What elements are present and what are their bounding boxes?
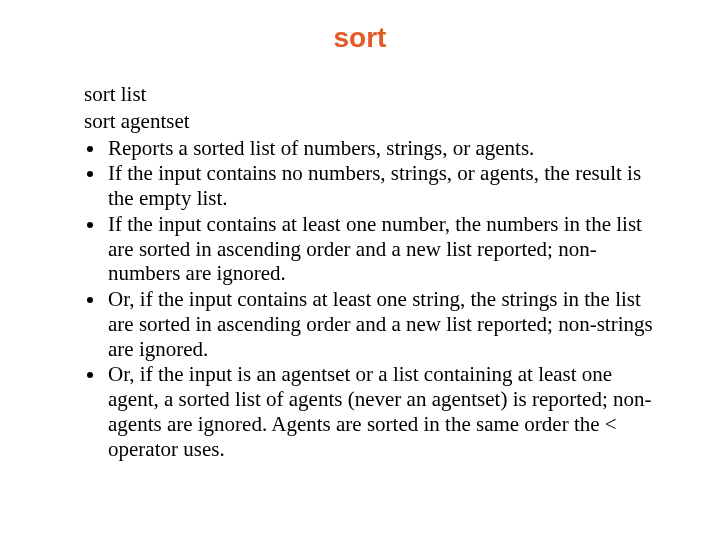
list-item: If the input contains at least one numbe…: [106, 212, 666, 286]
list-item: Or, if the input contains at least one s…: [106, 287, 666, 361]
bullet-list: Reports a sorted list of numbers, string…: [54, 136, 666, 462]
slide-title: sort: [0, 0, 720, 82]
slide: sort sort list sort agentset Reports a s…: [0, 0, 720, 540]
slide-body: sort list sort agentset Reports a sorted…: [0, 82, 720, 461]
list-item: Reports a sorted list of numbers, string…: [106, 136, 666, 161]
list-item: If the input contains no numbers, string…: [106, 161, 666, 211]
syntax-line-1: sort list: [54, 82, 666, 107]
list-item: Or, if the input is an agentset or a lis…: [106, 362, 666, 461]
syntax-line-2: sort agentset: [54, 109, 666, 134]
